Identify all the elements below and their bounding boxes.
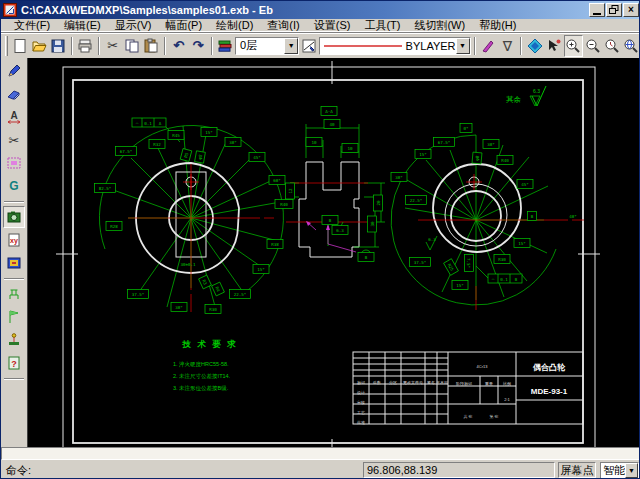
dim-label: 82.5° — [95, 184, 116, 193]
svg-text:签名: 签名 — [427, 380, 435, 385]
restore-button[interactable] — [606, 3, 622, 17]
xy-document-icon: xy — [6, 232, 22, 248]
nabla-button[interactable]: ∇ — [498, 35, 517, 57]
start-point-button[interactable] — [3, 306, 25, 328]
minimize-button[interactable] — [589, 3, 605, 17]
svg-text:2:1: 2:1 — [504, 397, 510, 402]
clamp-button[interactable]: G — [3, 175, 25, 197]
svg-text:标记: 标记 — [357, 380, 365, 386]
command-input[interactable] — [1, 447, 640, 460]
svg-text:0.1: 0.1 — [500, 277, 508, 282]
menu-wirecut[interactable]: 线切割(W) — [407, 18, 472, 33]
svg-text:10: 10 — [347, 146, 353, 151]
coordinates-file-button[interactable]: xy — [3, 229, 25, 251]
menu-help[interactable]: 帮助(H) — [472, 18, 523, 33]
svg-text:分区: 分区 — [389, 380, 397, 385]
simulate-button[interactable] — [3, 329, 25, 351]
dim-label: 37.5° — [410, 258, 431, 267]
svg-text:45°: 45° — [521, 182, 529, 187]
zoom-in-button[interactable] — [564, 35, 583, 57]
palette-button[interactable] — [3, 252, 25, 274]
zoom-out-icon — [585, 38, 601, 54]
dim-label: 37.5° — [128, 290, 149, 299]
select-cursor-button[interactable] — [544, 35, 563, 57]
layer-combo[interactable]: 0层 ▼ — [235, 37, 299, 55]
toolbar-grip[interactable] — [5, 36, 8, 56]
close-button[interactable]: × — [623, 3, 639, 17]
svg-text:R30: R30 — [209, 307, 217, 312]
title-block-text: 批准 — [357, 420, 365, 425]
linestyle-button[interactable] — [299, 35, 318, 57]
menu-file[interactable]: 文件(F) — [7, 18, 57, 33]
menu-settings[interactable]: 设置(S) — [307, 18, 358, 33]
section-text: 6.3 — [332, 226, 348, 235]
svg-text:37.5°: 37.5° — [414, 260, 427, 265]
new-button[interactable] — [10, 35, 29, 57]
trim-button[interactable]: ✂ — [3, 129, 25, 151]
open-button[interactable] — [29, 35, 48, 57]
snap-combo-arrow[interactable]: ▼ — [625, 463, 638, 478]
toolbar-separator — [211, 37, 213, 55]
zoom-previous-button[interactable] — [602, 35, 621, 57]
redo-button[interactable]: ↷ — [188, 35, 207, 57]
linestyle-icon — [301, 38, 317, 54]
layer-combo-arrow[interactable]: ▼ — [284, 38, 298, 54]
svg-text:30±0.1: 30±0.1 — [180, 262, 196, 267]
dim-label: 30° — [483, 140, 499, 149]
dim-label: 15° — [415, 150, 431, 159]
redo-icon: ↷ — [193, 38, 204, 53]
menu-tools[interactable]: 工具(T) — [357, 18, 407, 33]
pan-button[interactable] — [525, 35, 544, 57]
drawing-canvas[interactable]: 其余 6.3 — [28, 58, 640, 447]
linetype-combo-arrow[interactable]: ▼ — [456, 38, 470, 54]
svg-text:7.5°: 7.5° — [466, 258, 471, 268]
question-mark: ? — [11, 359, 17, 369]
erase-button[interactable] — [3, 83, 25, 105]
snapshot-button[interactable] — [3, 206, 25, 228]
menu-query[interactable]: 查询(I) — [260, 18, 306, 33]
sketch-pen-button[interactable] — [3, 60, 25, 82]
dim-label: 67.5° — [116, 147, 137, 156]
help-button[interactable]: ? — [3, 352, 25, 374]
flag-icon — [6, 309, 22, 325]
menu-edit[interactable]: 编辑(E) — [57, 18, 108, 33]
svg-text:A-A: A-A — [325, 109, 333, 114]
wire-path-button[interactable] — [3, 283, 25, 305]
brush-button[interactable] — [479, 35, 498, 57]
section-text: 20 — [374, 195, 383, 211]
save-button[interactable] — [48, 35, 67, 57]
menu-sheet[interactable]: 幅面(P) — [158, 18, 209, 33]
menu-view[interactable]: 显示(V) — [108, 18, 159, 33]
window-select-button[interactable] — [3, 152, 25, 174]
title-block-text: 偶合凸轮 — [532, 363, 566, 372]
dim-label: R30 — [205, 305, 221, 314]
svg-text:6.3: 6.3 — [428, 237, 436, 242]
dim-label: R5 — [180, 149, 192, 162]
dim-label: 45° — [517, 180, 533, 189]
menu-draw[interactable]: 绘制(D) — [209, 18, 260, 33]
right-cam-view: ⌒ 0.1 B 0°30°R4045°B15°R307.5°R2537.5°15… — [391, 124, 584, 311]
svg-text:15°: 15° — [257, 267, 265, 272]
open-folder-icon — [31, 38, 47, 54]
zoom-all-button[interactable] — [622, 35, 640, 57]
svg-text:30°: 30° — [487, 142, 495, 147]
dimension-button[interactable]: A — [3, 106, 25, 128]
svg-text:更改文件号: 更改文件号 — [403, 380, 423, 385]
print-button[interactable] — [76, 35, 95, 57]
snap-mode-combo[interactable]: 智能 ▼ — [600, 462, 639, 479]
zoom-out-button[interactable] — [583, 35, 602, 57]
svg-text:A: A — [10, 110, 17, 121]
undo-button[interactable]: ↶ — [169, 35, 188, 57]
cut-button[interactable]: ✂ — [103, 35, 122, 57]
copy-button[interactable] — [122, 35, 141, 57]
point-mode-indicator[interactable]: 屏幕点 — [558, 462, 596, 478]
dim-label: 6.3 — [428, 237, 436, 242]
plug-icon — [6, 286, 22, 302]
layers-button[interactable] — [216, 35, 235, 57]
svg-text:0.1: 0.1 — [144, 121, 152, 126]
paste-button[interactable] — [142, 35, 161, 57]
svg-text:10: 10 — [311, 140, 317, 145]
svg-text:45°: 45° — [253, 155, 261, 160]
linetype-combo[interactable]: BYLAYER ▼ — [319, 37, 471, 55]
title-block-text: 工艺 — [357, 410, 365, 415]
